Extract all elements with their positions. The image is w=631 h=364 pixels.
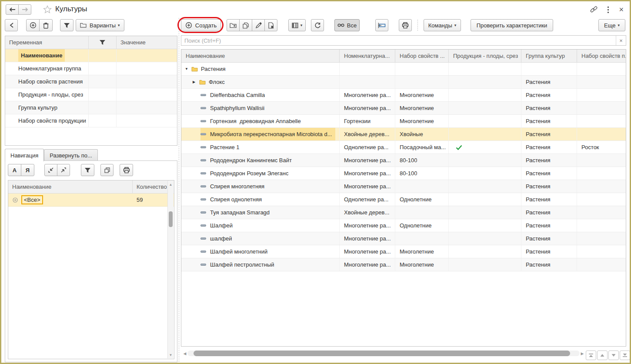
create-group-button[interactable] bbox=[227, 19, 240, 31]
column-header-name[interactable]: Наименование bbox=[8, 180, 133, 193]
variants-button[interactable]: Варианты ▾ bbox=[76, 19, 124, 31]
output-list-button[interactable] bbox=[100, 164, 114, 176]
tree-expand-icon[interactable]: ▶ bbox=[193, 80, 199, 84]
column-header-name[interactable]: Наименование bbox=[181, 50, 340, 62]
show-all-toggle[interactable]: Все bbox=[334, 19, 360, 31]
scrollbar-thumb[interactable] bbox=[169, 211, 173, 227]
scroll-left-icon[interactable]: ◀ bbox=[182, 351, 187, 356]
expand-all-button[interactable] bbox=[57, 164, 70, 176]
scroll-right-icon[interactable]: ▶ bbox=[580, 351, 585, 356]
horizontal-scrollbar[interactable]: ◀ ▶ bbox=[182, 350, 585, 357]
tab-navigation[interactable]: Навигация bbox=[5, 149, 44, 161]
param-row[interactable]: Номенклатурная группа bbox=[5, 62, 177, 75]
cell-production-properties: Росток bbox=[577, 141, 626, 154]
param-row[interactable]: Группа культур bbox=[5, 101, 177, 114]
cell-culture-group: Растения bbox=[521, 180, 577, 193]
plus-circle-icon bbox=[185, 22, 192, 29]
cell-production bbox=[449, 206, 521, 219]
column-settings-button[interactable]: ▾ bbox=[288, 19, 306, 31]
nav-all-value[interactable]: <Все> bbox=[21, 195, 43, 204]
scroll-down-icon[interactable]: ▼ bbox=[168, 352, 174, 357]
table-row[interactable]: ▼Растения bbox=[181, 63, 626, 76]
printer-icon bbox=[123, 167, 130, 174]
table-row[interactable]: Микробиота перекрестнопарная Microbiota … bbox=[181, 128, 626, 141]
tree-collapse-icon[interactable]: ▼ bbox=[185, 67, 191, 71]
table-row[interactable]: ШалфейМноголетние ра...ОднолетниеРастени… bbox=[181, 219, 626, 232]
cell-culture-group: Растения bbox=[521, 219, 577, 232]
panel-splitter[interactable] bbox=[179, 18, 179, 362]
table-row[interactable]: Spathiphyllum WallisiiМноголетние ра...М… bbox=[181, 102, 626, 115]
table-row[interactable]: шалфейМноголетние ра...Растения bbox=[181, 232, 626, 245]
check-characteristics-button[interactable]: Проверить характеристики bbox=[471, 19, 553, 31]
table-row[interactable]: Гортензия древовидная AnnabelleГортензии… bbox=[181, 115, 626, 128]
go-next-button[interactable] bbox=[608, 351, 619, 360]
table-row[interactable]: Dieffenbachia CamillaМноголетние ра...Мн… bbox=[181, 89, 626, 102]
copy-button[interactable] bbox=[239, 19, 252, 31]
column-header-production[interactable]: Продукция - плоды, срез bbox=[449, 50, 521, 62]
scroll-up-icon[interactable]: ▲ bbox=[168, 182, 174, 187]
column-header-plant-properties[interactable]: Набор свойств ... bbox=[395, 50, 449, 62]
cell-plant-properties bbox=[395, 76, 449, 88]
column-header-nomenclature[interactable]: Номенклатурна... bbox=[340, 50, 395, 62]
favorite-star-icon[interactable] bbox=[43, 5, 52, 13]
param-row[interactable]: Набор свойств растения bbox=[5, 75, 177, 88]
go-prev-button[interactable] bbox=[597, 351, 608, 360]
table-row[interactable]: Растение 1Однолетние ра...Посадочный ма.… bbox=[181, 141, 626, 154]
nav-filter-button[interactable] bbox=[81, 164, 94, 176]
create-button[interactable]: Создать bbox=[181, 19, 221, 31]
expand-plus-icon[interactable] bbox=[13, 197, 18, 203]
table-row[interactable]: Шалфей многолетнийМноголетние ра...Много… bbox=[181, 245, 626, 258]
create-label: Создать bbox=[195, 22, 217, 29]
print-button[interactable] bbox=[120, 164, 133, 176]
column-header-filter[interactable] bbox=[89, 36, 117, 49]
delete-param-button[interactable] bbox=[39, 19, 53, 31]
column-header-variable[interactable]: Переменная bbox=[5, 36, 89, 49]
nav-vertical-scrollbar[interactable]: ▲ ▼ bbox=[167, 181, 174, 358]
item-icon bbox=[200, 211, 206, 214]
back-button[interactable] bbox=[6, 4, 19, 15]
more-button[interactable]: Еще ▾ bbox=[598, 19, 625, 31]
scrollbar-thumb[interactable] bbox=[194, 351, 570, 356]
sort-desc-button[interactable]: Я bbox=[21, 164, 34, 176]
add-param-button[interactable] bbox=[26, 19, 40, 31]
refresh-button[interactable] bbox=[311, 19, 324, 31]
table-row[interactable]: Рододендрон Каннингемс ВайтМноголетние р… bbox=[181, 154, 626, 167]
item-icon bbox=[200, 250, 206, 253]
param-row[interactable]: Наименование bbox=[5, 49, 177, 62]
table-row[interactable]: Спирея многолетняяМноголетние ра...Расте… bbox=[181, 180, 626, 193]
table-row[interactable]: Рододендрон Розеум ЭлегансМноголетние ра… bbox=[181, 167, 626, 180]
edit-button[interactable] bbox=[252, 19, 265, 31]
table-row[interactable]: ▶ФлоксРастения bbox=[181, 76, 626, 89]
nav-row-all[interactable]: <Все> 59 bbox=[8, 194, 174, 207]
search-clear-button[interactable]: × bbox=[616, 36, 626, 45]
close-icon[interactable]: × bbox=[619, 5, 624, 14]
go-first-button[interactable] bbox=[586, 351, 596, 360]
tab-expand-by[interactable]: Развернуть по... bbox=[44, 149, 98, 161]
collapse-all-button[interactable] bbox=[44, 164, 57, 176]
param-row[interactable]: Набор свойств продукции bbox=[5, 114, 177, 127]
column-width-button[interactable] bbox=[375, 19, 388, 31]
table-row[interactable]: Шалфей пестролистныйМноголетние ра...Мно… bbox=[181, 258, 626, 271]
column-header-count[interactable]: Количество bbox=[133, 180, 168, 193]
print-button[interactable] bbox=[399, 19, 412, 31]
table-row[interactable]: Спирея однолетняяОднолетние ра...Однолет… bbox=[181, 193, 626, 206]
filter-button[interactable] bbox=[60, 19, 73, 31]
column-header-production-properties[interactable]: Набор свойств п... bbox=[577, 50, 626, 62]
collapse-panel-button[interactable] bbox=[5, 19, 18, 31]
cell-plant-properties bbox=[395, 232, 449, 245]
commands-button[interactable]: Команды ▾ bbox=[424, 19, 461, 31]
param-row[interactable]: Продукция - плоды, срез bbox=[5, 88, 177, 101]
link-icon[interactable] bbox=[590, 6, 598, 13]
column-header-value[interactable]: Значение bbox=[117, 36, 177, 49]
more-dots-icon[interactable] bbox=[607, 6, 609, 13]
cell-plant-properties: Многолетние bbox=[395, 102, 449, 114]
column-header-culture-group[interactable]: Группа культур bbox=[521, 50, 577, 62]
forward-button[interactable] bbox=[18, 4, 31, 15]
nav-all-count: 59 bbox=[133, 194, 168, 206]
search-input[interactable] bbox=[181, 36, 616, 45]
mark-deletion-button[interactable] bbox=[264, 19, 277, 31]
item-icon bbox=[200, 237, 206, 240]
sort-asc-button[interactable]: А bbox=[8, 164, 21, 176]
table-row[interactable]: Туя западная SmaragdХвойные дерев...Раст… bbox=[181, 206, 626, 219]
go-last-button[interactable] bbox=[620, 351, 630, 360]
